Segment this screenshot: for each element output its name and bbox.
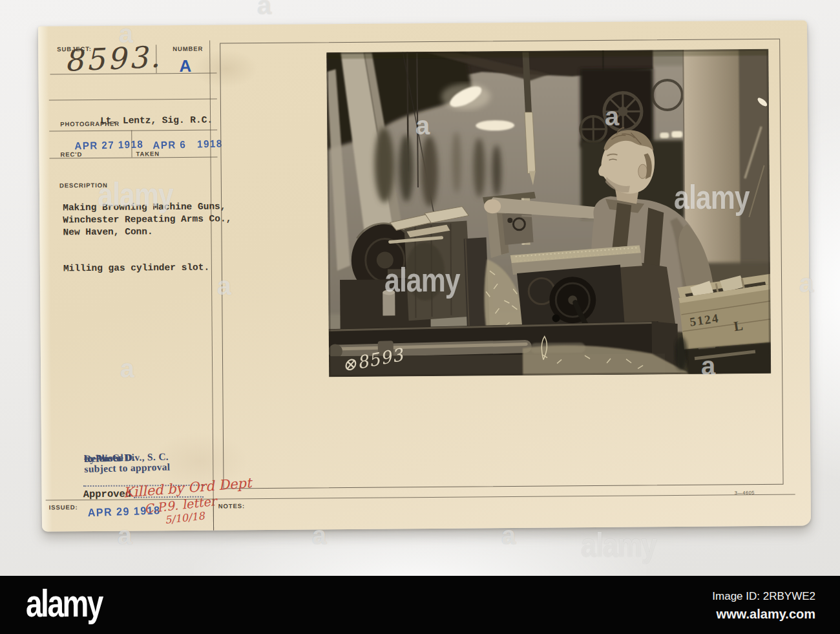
photographer-value: Lt. Lentz, Sig. R.C. [100, 115, 213, 126]
description-line: New Haven, Conn. [63, 226, 152, 238]
description-line: Winchester Repeating Arms Co., [63, 213, 231, 226]
notes-label: NOTES: [218, 502, 245, 509]
alamy-website-text: www.alamy.com [712, 607, 815, 622]
alamy-info-bar: alamy Image ID: 2RBYWE2 www.alamy.com [0, 576, 840, 634]
recd-taken-divider [131, 131, 132, 158]
rule [49, 99, 217, 101]
photo-card: SUBJECT: 8593. NUMBER A PHOTOGRAPHER Lt.… [38, 20, 811, 531]
issued-label: ISSUED: [49, 503, 78, 511]
factory-photo-illustration: 5124 L ⊗8593 [326, 49, 771, 377]
subject-value-handwritten: 8593. [63, 39, 163, 78]
description-line: Milling gas cylinder slot. [63, 262, 209, 275]
release-stamp: Released by W. C. D. to Photo Div., S. C… [84, 450, 214, 474]
alamy-bar-info: Image ID: 2RBYWE2 www.alamy.com [712, 590, 815, 622]
scan-background: SUBJECT: 8593. NUMBER A PHOTOGRAPHER Lt.… [0, 0, 840, 634]
print-code: 3—4605 [735, 490, 755, 496]
description-label: DESCRIPTION [59, 182, 108, 189]
number-label: NUMBER [173, 45, 203, 52]
card-edge-highlight [38, 26, 52, 532]
rule [49, 130, 217, 132]
taken-date-stamp: APR 6 1918 [152, 138, 223, 152]
alamy-watermark-mark: a [257, 0, 271, 20]
description-line: Making Browning Machine Guns, [63, 200, 226, 213]
release-line1-rest: by W. C. D. [84, 452, 135, 463]
alamy-logo: alamy [26, 581, 102, 625]
alamy-watermark-logo: alamy [581, 526, 656, 565]
photograph: 5124 L ⊗8593 [326, 49, 771, 377]
received-date-stamp: APR 27 1918 [74, 139, 143, 153]
image-id-text: Image ID: 2RBYWE2 [712, 590, 815, 603]
